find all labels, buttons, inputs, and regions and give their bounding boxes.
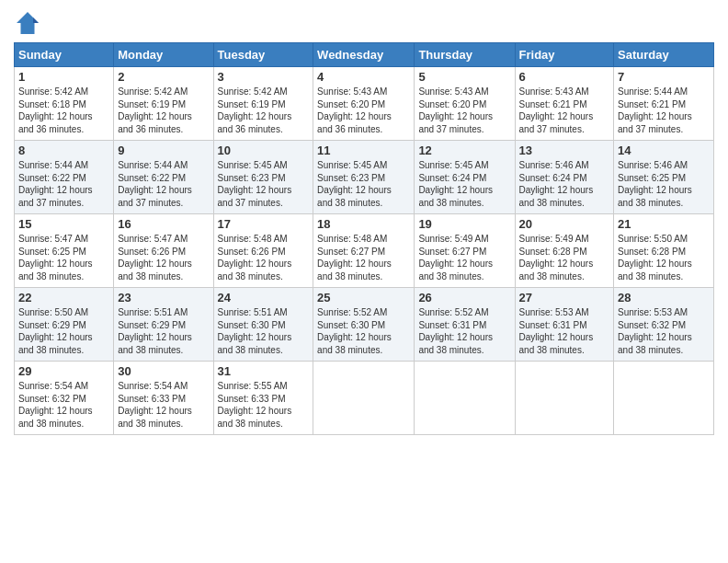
day-number: 28 bbox=[618, 291, 710, 304]
day-info: Sunrise: 5:45 AM Sunset: 6:24 PM Dayligh… bbox=[418, 159, 510, 209]
weekday-header-friday: Friday bbox=[515, 43, 614, 67]
calendar-day-25: 25Sunrise: 5:52 AM Sunset: 6:30 PM Dayli… bbox=[313, 288, 415, 362]
day-number: 11 bbox=[317, 144, 410, 157]
calendar-day-4: 4Sunrise: 5:43 AM Sunset: 6:20 PM Daylig… bbox=[313, 67, 415, 141]
day-number: 29 bbox=[18, 364, 109, 378]
calendar-day-14: 14Sunrise: 5:46 AM Sunset: 6:25 PM Dayli… bbox=[614, 141, 714, 214]
calendar-day-13: 13Sunrise: 5:46 AM Sunset: 6:24 PM Dayli… bbox=[515, 141, 614, 214]
day-number: 7 bbox=[618, 70, 710, 84]
day-number: 25 bbox=[317, 291, 410, 304]
day-number: 6 bbox=[519, 70, 610, 84]
weekday-header-saturday: Saturday bbox=[614, 43, 714, 67]
day-number: 16 bbox=[118, 217, 209, 231]
day-info: Sunrise: 5:42 AM Sunset: 6:18 PM Dayligh… bbox=[18, 86, 109, 135]
day-number: 15 bbox=[18, 217, 109, 231]
header bbox=[14, 9, 714, 37]
day-info: Sunrise: 5:44 AM Sunset: 6:22 PM Dayligh… bbox=[18, 159, 109, 209]
day-info: Sunrise: 5:50 AM Sunset: 6:28 PM Dayligh… bbox=[618, 233, 710, 282]
calendar-day-29: 29Sunrise: 5:54 AM Sunset: 6:32 PM Dayli… bbox=[15, 362, 114, 435]
day-number: 20 bbox=[519, 217, 610, 231]
day-number: 3 bbox=[218, 70, 310, 84]
day-info: Sunrise: 5:52 AM Sunset: 6:31 PM Dayligh… bbox=[418, 306, 510, 356]
day-info: Sunrise: 5:51 AM Sunset: 6:29 PM Dayligh… bbox=[118, 306, 209, 356]
day-info: Sunrise: 5:52 AM Sunset: 6:30 PM Dayligh… bbox=[317, 306, 410, 356]
day-info: Sunrise: 5:54 AM Sunset: 6:32 PM Dayligh… bbox=[18, 380, 109, 430]
page: SundayMondayTuesdayWednesdayThursdayFrid… bbox=[0, 0, 728, 563]
empty-cell bbox=[313, 362, 415, 435]
day-info: Sunrise: 5:48 AM Sunset: 6:26 PM Dayligh… bbox=[218, 233, 310, 282]
day-info: Sunrise: 5:43 AM Sunset: 6:20 PM Dayligh… bbox=[317, 86, 410, 135]
day-info: Sunrise: 5:47 AM Sunset: 6:26 PM Dayligh… bbox=[118, 233, 209, 282]
day-number: 9 bbox=[118, 144, 209, 157]
day-info: Sunrise: 5:48 AM Sunset: 6:27 PM Dayligh… bbox=[317, 233, 410, 282]
calendar-day-17: 17Sunrise: 5:48 AM Sunset: 6:26 PM Dayli… bbox=[213, 214, 313, 288]
empty-cell bbox=[515, 362, 614, 435]
day-number: 27 bbox=[519, 291, 610, 304]
empty-cell bbox=[614, 362, 714, 435]
day-info: Sunrise: 5:55 AM Sunset: 6:33 PM Dayligh… bbox=[218, 380, 310, 430]
day-info: Sunrise: 5:44 AM Sunset: 6:21 PM Dayligh… bbox=[618, 86, 710, 135]
calendar-week-1: 1Sunrise: 5:42 AM Sunset: 6:18 PM Daylig… bbox=[15, 67, 714, 141]
calendar-day-31: 31Sunrise: 5:55 AM Sunset: 6:33 PM Dayli… bbox=[213, 362, 313, 435]
day-info: Sunrise: 5:54 AM Sunset: 6:33 PM Dayligh… bbox=[118, 380, 209, 430]
day-number: 14 bbox=[618, 144, 710, 157]
calendar-day-21: 21Sunrise: 5:50 AM Sunset: 6:28 PM Dayli… bbox=[614, 214, 714, 288]
day-info: Sunrise: 5:43 AM Sunset: 6:21 PM Dayligh… bbox=[519, 86, 610, 135]
day-info: Sunrise: 5:45 AM Sunset: 6:23 PM Dayligh… bbox=[317, 159, 410, 209]
day-number: 1 bbox=[18, 70, 109, 84]
day-info: Sunrise: 5:42 AM Sunset: 6:19 PM Dayligh… bbox=[118, 86, 209, 135]
calendar-day-27: 27Sunrise: 5:53 AM Sunset: 6:31 PM Dayli… bbox=[515, 288, 614, 362]
day-info: Sunrise: 5:45 AM Sunset: 6:23 PM Dayligh… bbox=[218, 159, 310, 209]
day-info: Sunrise: 5:42 AM Sunset: 6:19 PM Dayligh… bbox=[218, 86, 310, 135]
day-number: 30 bbox=[118, 364, 209, 378]
logo bbox=[14, 9, 45, 37]
day-number: 10 bbox=[218, 144, 310, 157]
day-info: Sunrise: 5:43 AM Sunset: 6:20 PM Dayligh… bbox=[418, 86, 510, 135]
calendar-day-16: 16Sunrise: 5:47 AM Sunset: 6:26 PM Dayli… bbox=[114, 214, 213, 288]
day-number: 2 bbox=[118, 70, 209, 84]
calendar-day-5: 5Sunrise: 5:43 AM Sunset: 6:20 PM Daylig… bbox=[415, 67, 515, 141]
calendar-day-28: 28Sunrise: 5:53 AM Sunset: 6:32 PM Dayli… bbox=[614, 288, 714, 362]
calendar-week-2: 8Sunrise: 5:44 AM Sunset: 6:22 PM Daylig… bbox=[15, 141, 714, 214]
calendar-day-10: 10Sunrise: 5:45 AM Sunset: 6:23 PM Dayli… bbox=[213, 141, 313, 214]
calendar-day-30: 30Sunrise: 5:54 AM Sunset: 6:33 PM Dayli… bbox=[114, 362, 213, 435]
calendar-table: SundayMondayTuesdayWednesdayThursdayFrid… bbox=[14, 42, 714, 435]
day-number: 12 bbox=[418, 144, 510, 157]
day-info: Sunrise: 5:49 AM Sunset: 6:27 PM Dayligh… bbox=[418, 233, 510, 282]
day-info: Sunrise: 5:53 AM Sunset: 6:32 PM Dayligh… bbox=[618, 306, 710, 356]
day-info: Sunrise: 5:51 AM Sunset: 6:30 PM Dayligh… bbox=[218, 306, 310, 356]
weekday-header-monday: Monday bbox=[114, 43, 213, 67]
day-number: 21 bbox=[618, 217, 710, 231]
calendar-day-3: 3Sunrise: 5:42 AM Sunset: 6:19 PM Daylig… bbox=[213, 67, 313, 141]
calendar-day-26: 26Sunrise: 5:52 AM Sunset: 6:31 PM Dayli… bbox=[415, 288, 515, 362]
day-number: 24 bbox=[218, 291, 310, 304]
day-number: 22 bbox=[18, 291, 109, 304]
calendar-week-4: 22Sunrise: 5:50 AM Sunset: 6:29 PM Dayli… bbox=[15, 288, 714, 362]
weekday-header-thursday: Thursday bbox=[415, 43, 515, 67]
calendar-day-6: 6Sunrise: 5:43 AM Sunset: 6:21 PM Daylig… bbox=[515, 67, 614, 141]
weekday-header-row: SundayMondayTuesdayWednesdayThursdayFrid… bbox=[15, 43, 714, 67]
day-info: Sunrise: 5:46 AM Sunset: 6:25 PM Dayligh… bbox=[618, 159, 710, 209]
calendar-day-23: 23Sunrise: 5:51 AM Sunset: 6:29 PM Dayli… bbox=[114, 288, 213, 362]
day-info: Sunrise: 5:50 AM Sunset: 6:29 PM Dayligh… bbox=[18, 306, 109, 356]
empty-cell bbox=[415, 362, 515, 435]
day-number: 13 bbox=[519, 144, 610, 157]
calendar-day-12: 12Sunrise: 5:45 AM Sunset: 6:24 PM Dayli… bbox=[415, 141, 515, 214]
day-info: Sunrise: 5:47 AM Sunset: 6:25 PM Dayligh… bbox=[18, 233, 109, 282]
day-number: 8 bbox=[18, 144, 109, 157]
day-info: Sunrise: 5:49 AM Sunset: 6:28 PM Dayligh… bbox=[519, 233, 610, 282]
weekday-header-wednesday: Wednesday bbox=[313, 43, 415, 67]
calendar-week-5: 29Sunrise: 5:54 AM Sunset: 6:32 PM Dayli… bbox=[15, 362, 714, 435]
day-number: 18 bbox=[317, 217, 410, 231]
calendar-day-9: 9Sunrise: 5:44 AM Sunset: 6:22 PM Daylig… bbox=[114, 141, 213, 214]
calendar-day-24: 24Sunrise: 5:51 AM Sunset: 6:30 PM Dayli… bbox=[213, 288, 313, 362]
calendar-day-11: 11Sunrise: 5:45 AM Sunset: 6:23 PM Dayli… bbox=[313, 141, 415, 214]
weekday-header-sunday: Sunday bbox=[15, 43, 114, 67]
day-number: 4 bbox=[317, 70, 410, 84]
logo-icon bbox=[14, 9, 41, 37]
day-number: 19 bbox=[418, 217, 510, 231]
day-number: 31 bbox=[218, 364, 310, 378]
calendar-day-22: 22Sunrise: 5:50 AM Sunset: 6:29 PM Dayli… bbox=[15, 288, 114, 362]
calendar-day-15: 15Sunrise: 5:47 AM Sunset: 6:25 PM Dayli… bbox=[15, 214, 114, 288]
calendar-day-18: 18Sunrise: 5:48 AM Sunset: 6:27 PM Dayli… bbox=[313, 214, 415, 288]
